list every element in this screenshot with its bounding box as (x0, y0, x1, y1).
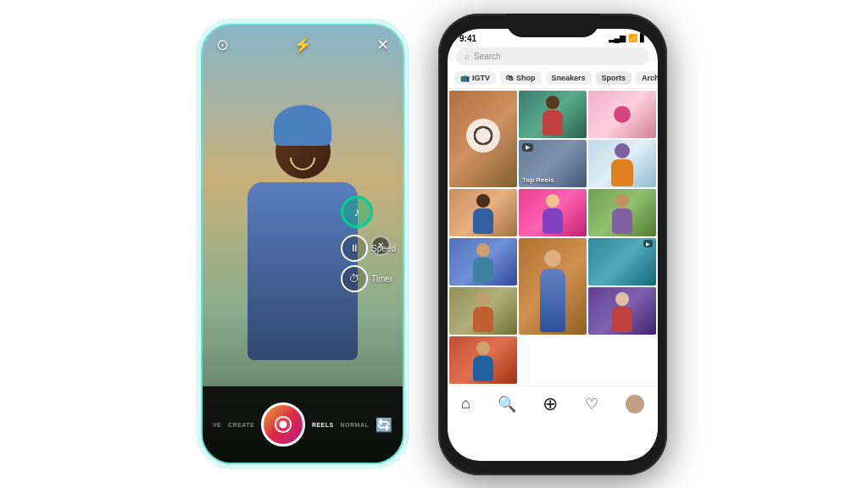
nav-heart-icon[interactable]: ♡ (585, 395, 598, 413)
right-phone: 9:41 ▂▄▆ 📶 ▋ ⌕ Search 📺 IGTV 🛍 Shop Snea (438, 14, 667, 475)
phone-notch (506, 14, 599, 37)
camera-bottom-bar: VE CREATE REELS NORMAL 🔄 (203, 386, 403, 463)
person-6 (471, 194, 495, 236)
igtv-label: IGTV (472, 74, 490, 82)
person-13 (610, 292, 634, 335)
phone-screen: 9:41 ▂▄▆ 📶 ▋ ⌕ Search 📺 IGTV 🛍 Shop Snea (448, 29, 658, 461)
explore-mosaic: ▶ Top Reels (448, 89, 658, 385)
timer-control[interactable]: ⏱ Timer (341, 265, 396, 292)
bottom-nav: ⌂ 🔍 ⊕ ♡ (448, 385, 658, 425)
grid-cell-8[interactable] (588, 189, 656, 236)
grid-cell-14[interactable] (449, 336, 517, 384)
music-note-icon: ♪ (354, 205, 360, 219)
svg-point-1 (280, 420, 287, 428)
status-time: 9:41 (459, 34, 476, 43)
camera-controls-panel: ♪ ⏸ Speed ⏱ Timer (341, 196, 403, 292)
reels-record-icon (274, 415, 292, 434)
soccer-ball (466, 119, 500, 152)
explore-grid-container: ▶ Top Reels (448, 89, 658, 385)
person-7 (541, 194, 565, 236)
person-12 (471, 292, 495, 335)
grid-cell-4[interactable]: ▶ Top Reels (519, 140, 587, 187)
person-2 (541, 96, 565, 138)
grid-cell-1[interactable] (449, 91, 517, 187)
grid-cell-13[interactable] (588, 287, 656, 335)
search-icon: ⌕ (465, 52, 470, 61)
grid-cell-3[interactable] (588, 91, 656, 138)
nav-add-icon[interactable]: ⊕ (542, 393, 558, 415)
grid-cell-10[interactable] (519, 238, 587, 335)
grid-cell-11[interactable]: ▶ (588, 238, 656, 286)
mode-live[interactable]: VE (213, 422, 221, 428)
speed-circle: ⏸ (341, 235, 368, 262)
flash-icon[interactable]: ⚡ (293, 36, 312, 54)
mode-create[interactable]: CREATE (228, 422, 254, 428)
mode-reels-active[interactable]: REELS (312, 422, 334, 428)
battery-icon: ▋ (640, 34, 646, 42)
person-9 (471, 243, 495, 286)
speed-label: Speed (371, 244, 396, 253)
reels-badge: ▶ (522, 143, 533, 152)
person-hat (274, 105, 331, 146)
close-camera-icon[interactable]: ✕ (376, 36, 389, 54)
tab-architecture[interactable]: Architect (636, 71, 658, 85)
grid-cell-2[interactable] (519, 91, 587, 138)
timer-label: Timer (371, 274, 392, 284)
search-placeholder: Search (474, 52, 501, 61)
tab-igtv[interactable]: 📺 IGTV (454, 71, 496, 85)
shop-label: Shop (516, 74, 536, 82)
nav-search-icon[interactable]: 🔍 (498, 395, 516, 413)
music-control[interactable]: ♪ (341, 196, 373, 228)
person-10 (537, 250, 568, 335)
category-tabs: 📺 IGTV 🛍 Shop Sneakers Sports Architect (448, 68, 658, 89)
tab-sneakers[interactable]: Sneakers (546, 71, 592, 85)
top-reels-label: Top Reels (522, 176, 554, 184)
timer-circle: ⏱ (341, 265, 368, 292)
grid-cell-5[interactable] (588, 140, 656, 187)
flip-camera-icon[interactable]: 🔄 (376, 417, 392, 433)
speed-control[interactable]: ⏸ Speed (341, 235, 396, 262)
shop-icon: 🛍 (506, 74, 514, 82)
camera-top-bar: ⊙ ⚡ ✕ (203, 25, 403, 64)
candy-ball (614, 106, 631, 123)
reel-icon-2: ▶ (643, 240, 653, 247)
record-button[interactable] (261, 402, 305, 446)
left-phone: ⊙ ⚡ ✕ ♪ ⏸ Speed ⏱ Timer ✕ VE CREATE (201, 24, 404, 464)
nav-profile-avatar[interactable] (626, 395, 644, 413)
architecture-label: Architect (642, 74, 658, 82)
sports-label: Sports (602, 74, 626, 82)
grid-cell-12[interactable] (449, 287, 517, 335)
mode-normal[interactable]: NORMAL (341, 422, 370, 428)
person-5 (609, 143, 636, 187)
camera-viewfinder: ⊙ ⚡ ✕ ♪ ⏸ Speed ⏱ Timer ✕ VE CREATE (203, 25, 403, 463)
smile (290, 158, 315, 170)
grid-cell-6[interactable] (449, 189, 517, 236)
grid-cell-7[interactable] (519, 189, 587, 236)
igtv-icon: 📺 (460, 74, 470, 82)
settings-icon[interactable]: ⊙ (216, 36, 229, 54)
status-icons: ▂▄▆ 📶 ▋ (609, 34, 646, 42)
signal-icon: ▂▄▆ (609, 34, 626, 42)
grid-cell-9[interactable] (449, 238, 517, 286)
tab-sports[interactable]: Sports (596, 71, 632, 85)
person-8 (610, 194, 634, 236)
search-bar[interactable]: ⌕ Search (456, 47, 649, 65)
sneakers-label: Sneakers (552, 74, 586, 82)
reel-icon: ▶ (526, 144, 530, 151)
person-14 (471, 341, 495, 384)
tab-shop[interactable]: 🛍 Shop (500, 71, 542, 85)
wifi-icon: 📶 (628, 34, 637, 42)
nav-home-icon[interactable]: ⌂ (461, 395, 470, 413)
person-head (275, 124, 331, 179)
